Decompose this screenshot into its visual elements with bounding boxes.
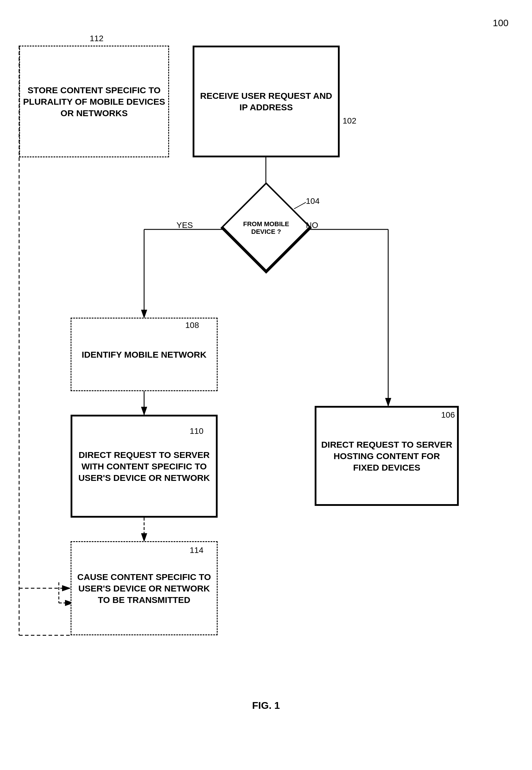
from-mobile-diamond: FROM MOBILE DEVICE ? <box>232 194 300 262</box>
store-content-box: STORE CONTENT SPECIFIC TO PLURALITY OF M… <box>19 46 169 157</box>
figure-label: FIG. 1 <box>0 700 532 711</box>
ref-100: 100 <box>493 18 508 29</box>
ref-112: 112 <box>90 34 104 43</box>
receive-request-box: RECEIVE USER REQUEST AND IP ADDRESS <box>193 46 340 157</box>
diagram-container: 100 <box>0 0 532 770</box>
ref-106: 106 <box>441 410 455 420</box>
ref-102: 102 <box>343 116 356 126</box>
direct-request-fixed-box: DIRECT REQUEST TO SERVER HOSTING CONTENT… <box>315 406 459 506</box>
yes-label: YES <box>176 221 193 230</box>
ref-104: 104 <box>306 196 320 206</box>
ref-108: 108 <box>185 321 199 330</box>
ref-114: 114 <box>190 546 204 555</box>
cause-content-box: CAUSE CONTENT SPECIFIC TO USER'S DEVICE … <box>71 541 218 635</box>
ref-110: 110 <box>190 426 204 436</box>
no-label: NO <box>306 221 318 230</box>
